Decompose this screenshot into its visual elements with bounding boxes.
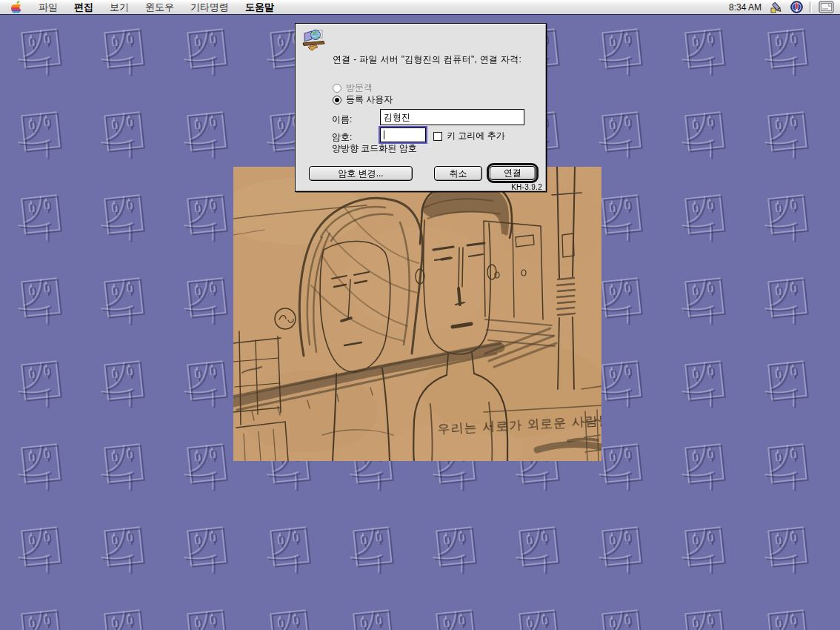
radio-registered-circle: [333, 96, 341, 105]
change-password-button[interactable]: 암호 변경...: [309, 166, 413, 181]
radio-guest-label: 방문객: [346, 82, 373, 94]
menu-window-label: 윈도우: [145, 1, 174, 14]
menu-view[interactable]: 보기: [101, 0, 137, 14]
pencil-input-icon[interactable]: [770, 1, 784, 13]
password-input[interactable]: [380, 127, 426, 142]
radio-guest-circle: [333, 84, 341, 93]
menu-help[interactable]: 도움말: [237, 0, 282, 14]
default-button-ring: 연결: [487, 163, 539, 183]
radio-registered-label: 등록 사용자: [346, 93, 393, 106]
menu-help-label: 도움말: [245, 1, 274, 14]
menu-file[interactable]: 파일: [30, 0, 66, 14]
menu-view-label: 보기: [110, 1, 129, 14]
connect-dialog: 연결 - 파일 서버 "김형진의 컴퓨터", 연결 자격: 방문객 등록 사용자…: [295, 23, 547, 192]
artwork-image: 우리는 서로가 외로운 사람들: [233, 167, 601, 461]
name-label: 이름:: [332, 113, 352, 126]
menu-bar: 파일 편집 보기 윈도우 기타명령 도움말 8:34 AM: [0, 0, 840, 15]
menu-bar-separator[interactable]: [810, 1, 812, 13]
menu-edit-label: 편집: [74, 1, 93, 14]
artwork-sketch: 우리는 서로가 외로운 사람들: [233, 167, 601, 461]
menu-file-label: 파일: [39, 1, 58, 14]
text-caret: [384, 130, 384, 139]
application-menu-icon[interactable]: [819, 1, 834, 13]
keychain-checkbox-label: 키 고리에 추가: [447, 130, 505, 142]
menu-edit[interactable]: 편집: [66, 0, 101, 14]
menu-other-commands-label: 기타명령: [190, 1, 229, 14]
apple-rainbow-icon: [10, 1, 21, 13]
menu-other-commands[interactable]: 기타명령: [182, 0, 237, 14]
connect-button[interactable]: 연결: [490, 166, 536, 180]
blue-badge-icon[interactable]: [790, 1, 803, 13]
password-encryption-note: 양방향 코드화된 암호: [332, 142, 417, 155]
name-input-value: 김형진: [384, 112, 410, 122]
cancel-button[interactable]: 취소: [434, 166, 482, 181]
keychain-checkbox[interactable]: [433, 132, 442, 141]
menu-window[interactable]: 윈도우: [137, 0, 182, 14]
radio-registered-user[interactable]: 등록 사용자: [333, 93, 393, 106]
dialog-title: 연결 - 파일 서버 "김형진의 컴퓨터", 연결 자격:: [333, 53, 521, 66]
name-input[interactable]: 김형진: [380, 109, 524, 125]
version-label: KH-3.9.2: [511, 183, 542, 191]
apple-menu[interactable]: [6, 0, 30, 14]
appleshare-server-icon: [301, 28, 327, 52]
radio-guest[interactable]: 방문객: [333, 82, 373, 94]
keychain-checkbox-row[interactable]: 키 고리에 추가: [433, 130, 505, 142]
menu-bar-clock[interactable]: 8:34 AM: [729, 2, 763, 13]
